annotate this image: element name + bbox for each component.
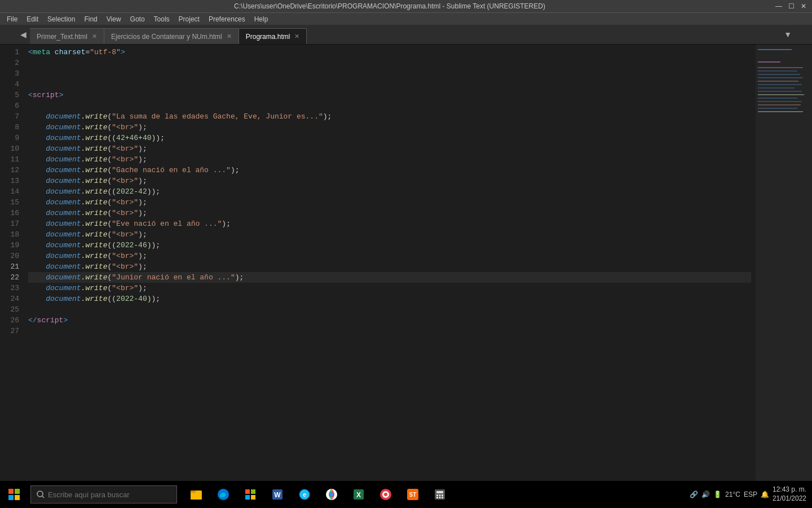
menu-preferences[interactable]: Preferences bbox=[204, 14, 250, 24]
minimize-button[interactable]: — bbox=[775, 2, 783, 10]
code-line-11: document.write("<br>"); bbox=[28, 154, 751, 165]
tab-ejercicios-close[interactable]: ✕ bbox=[227, 33, 232, 40]
taskbar-file-explorer[interactable] bbox=[184, 481, 209, 508]
menu-project[interactable]: Project bbox=[174, 14, 204, 24]
editor-area: 1 2 3 4 5 6 7 8 9 10 11 12 13 14 15 16 1… bbox=[0, 45, 812, 494]
line-num-15: 15 bbox=[0, 197, 19, 208]
code-area[interactable]: <meta charset="utf-8"> <script> document… bbox=[24, 45, 756, 494]
code-line-17: document.write("Eve nació en el año ..."… bbox=[28, 218, 751, 229]
line-num-10: 10 bbox=[0, 143, 19, 154]
svg-rect-10 bbox=[758, 87, 795, 89]
maximize-button[interactable]: ☐ bbox=[787, 2, 795, 10]
taskbar-chrome[interactable] bbox=[319, 481, 344, 508]
svg-rect-47 bbox=[436, 491, 443, 493]
tab-ejercicios[interactable]: Ejercicios de Contatenar y NUm.html ✕ bbox=[104, 28, 239, 44]
tab-programa[interactable]: Programa.html ✕ bbox=[239, 28, 307, 44]
line-num-18: 18 bbox=[0, 229, 19, 240]
svg-rect-51 bbox=[436, 497, 438, 498]
line-num-6: 6 bbox=[0, 100, 19, 111]
svg-rect-28 bbox=[245, 489, 250, 494]
search-input[interactable] bbox=[48, 491, 171, 499]
taskbar-sublime[interactable]: ST bbox=[400, 481, 425, 508]
taskbar-browser2[interactable] bbox=[373, 481, 398, 508]
svg-rect-3 bbox=[758, 62, 780, 63]
search-bar[interactable] bbox=[30, 485, 177, 503]
menu-tools[interactable]: Tools bbox=[149, 14, 174, 24]
line-num-17: 17 bbox=[0, 218, 19, 229]
line-num-19: 19 bbox=[0, 240, 19, 251]
line-num-8: 8 bbox=[0, 122, 19, 133]
svg-rect-5 bbox=[758, 71, 797, 72]
menu-selection[interactable]: Selection bbox=[43, 14, 80, 24]
clock[interactable]: 12:43 p. m. 21/01/2022 bbox=[773, 485, 806, 503]
search-icon bbox=[37, 491, 45, 498]
svg-rect-17 bbox=[758, 111, 803, 112]
taskbar-edge[interactable] bbox=[211, 481, 236, 508]
code-line-25 bbox=[28, 304, 751, 315]
svg-rect-25 bbox=[191, 492, 202, 500]
line-num-26: 26 bbox=[0, 315, 19, 326]
taskbar-excel[interactable]: X bbox=[346, 481, 371, 508]
tray-language: ESP bbox=[744, 491, 757, 498]
code-line-21: document.write("<br>"); bbox=[28, 261, 751, 272]
tab-primer-text[interactable]: Primer_Text.html ✕ bbox=[30, 28, 104, 44]
tab-nav-left[interactable]: ◀ bbox=[17, 30, 30, 39]
code-line-13: document.write("<br>"); bbox=[28, 176, 751, 186]
svg-rect-50 bbox=[442, 494, 443, 496]
tab-programa-label: Programa.html bbox=[246, 33, 290, 41]
minimap bbox=[756, 45, 812, 494]
tray-notifications-icon[interactable]: 🔔 bbox=[761, 491, 769, 498]
line-num-4: 4 bbox=[0, 79, 19, 90]
code-line-10: document.write("<br>"); bbox=[28, 143, 751, 154]
code-line-1: <meta charset="utf-8"> bbox=[28, 47, 751, 58]
svg-text:W: W bbox=[274, 491, 281, 499]
code-line-20: document.write("<br>"); bbox=[28, 251, 751, 261]
chrome-icon bbox=[325, 488, 338, 501]
word-icon: W bbox=[271, 488, 284, 501]
menu-edit[interactable]: Edit bbox=[22, 14, 43, 24]
code-line-19: document.write((2022-46)); bbox=[28, 240, 751, 251]
menu-goto[interactable]: Goto bbox=[126, 14, 149, 24]
minimap-svg bbox=[756, 45, 812, 327]
tab-primer-text-label: Primer_Text.html bbox=[37, 33, 87, 41]
menu-bar: File Edit Selection Find View Goto Tools… bbox=[0, 12, 812, 25]
code-line-24: document.write((2022-40)); bbox=[28, 294, 751, 304]
taskbar-ie[interactable]: e bbox=[292, 481, 317, 508]
svg-rect-8 bbox=[758, 81, 798, 82]
window-controls[interactable]: — ☐ ✕ bbox=[775, 2, 807, 10]
tray-network-icon: 🔗 bbox=[690, 491, 698, 498]
tab-ejercicios-label: Ejercicios de Contatenar y NUm.html bbox=[111, 33, 222, 41]
menu-find[interactable]: Find bbox=[80, 14, 102, 24]
taskbar-word[interactable]: W bbox=[265, 481, 290, 508]
svg-rect-7 bbox=[758, 77, 803, 78]
calculator-icon bbox=[433, 488, 447, 501]
line-num-3: 3 bbox=[0, 68, 19, 79]
tray-temperature: 21°C bbox=[725, 491, 740, 498]
taskbar-calculator[interactable] bbox=[427, 481, 452, 508]
tab-overflow[interactable]: ▼ bbox=[780, 30, 795, 39]
svg-rect-52 bbox=[439, 497, 441, 498]
menu-view[interactable]: View bbox=[102, 14, 126, 24]
file-explorer-icon bbox=[189, 488, 203, 501]
svg-rect-30 bbox=[245, 495, 250, 500]
ie-icon: e bbox=[298, 488, 311, 501]
menu-help[interactable]: Help bbox=[250, 14, 273, 24]
close-button[interactable]: ✕ bbox=[800, 2, 807, 10]
svg-point-22 bbox=[37, 491, 43, 497]
svg-rect-31 bbox=[251, 495, 255, 500]
line-num-16: 16 bbox=[0, 208, 19, 218]
tab-primer-text-close[interactable]: ✕ bbox=[92, 33, 97, 40]
line-num-2: 2 bbox=[0, 58, 19, 68]
svg-text:ST: ST bbox=[409, 492, 417, 498]
code-line-9: document.write((42+46+40)); bbox=[28, 133, 751, 143]
taskbar-store[interactable] bbox=[238, 481, 263, 508]
svg-rect-20 bbox=[8, 495, 14, 500]
code-line-7: document.write("La suma de las edades Ga… bbox=[28, 111, 751, 122]
line-num-14: 14 bbox=[0, 186, 19, 197]
browser2-icon bbox=[379, 488, 392, 501]
code-line-16: document.write("<br>"); bbox=[28, 208, 751, 218]
tab-programa-close[interactable]: ✕ bbox=[294, 33, 299, 40]
start-button[interactable] bbox=[0, 481, 28, 508]
menu-file[interactable]: File bbox=[2, 14, 22, 24]
svg-rect-19 bbox=[15, 489, 20, 494]
